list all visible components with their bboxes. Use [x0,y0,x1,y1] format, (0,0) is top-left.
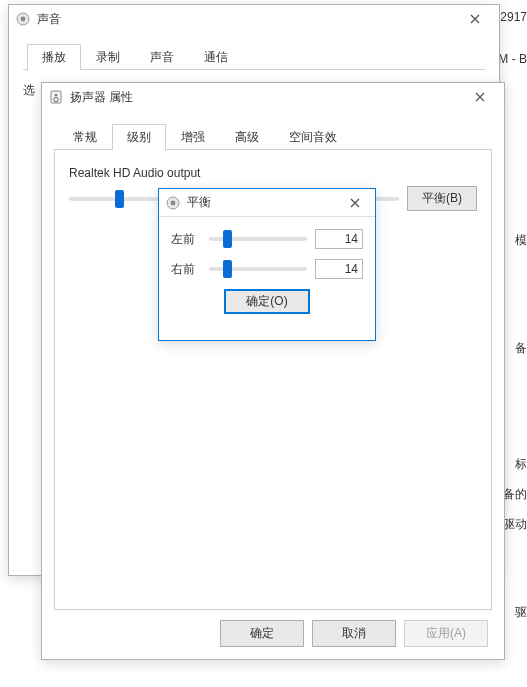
speaker-icon [15,11,31,27]
tab-advanced[interactable]: 高级 [220,124,274,150]
balance-button[interactable]: 平衡(B) [407,186,477,211]
left-front-label: 左前 [171,231,201,248]
speaker-icon [165,195,181,211]
svg-point-3 [55,94,58,97]
output-group-label: Realtek HD Audio output [69,166,477,180]
properties-title: 扬声器 属性 [70,89,462,106]
close-icon [470,14,480,24]
sound-close-button[interactable] [457,5,493,33]
balance-ok-button[interactable]: 确定(O) [224,289,310,314]
tab-general[interactable]: 常规 [58,124,112,150]
fragment-text: 标 [515,456,527,473]
tab-level[interactable]: 级别 [112,124,166,150]
apply-button[interactable]: 应用(A) [404,620,488,647]
balance-dialog: 平衡 左前 右前 确定(O) [158,188,376,341]
tab-record[interactable]: 录制 [81,44,135,70]
sound-titlebar[interactable]: 声音 [9,5,499,33]
select-device-label: 选 [23,82,41,99]
right-front-slider[interactable] [209,259,307,279]
left-front-slider[interactable] [209,229,307,249]
fragment-text: 驱动 [503,516,527,533]
balance-right-row: 右前 [171,259,363,279]
properties-actions: 确定 取消 应用(A) [54,610,492,659]
sound-title: 声音 [37,11,457,28]
svg-point-6 [171,200,176,205]
properties-window: 扬声器 属性 常规 级别 增强 高级 空间音效 Realtek HD Audio… [41,82,505,660]
sound-tabs: 播放 录制 声音 通信 [23,43,485,70]
close-icon [475,92,485,102]
balance-titlebar[interactable]: 平衡 [159,189,375,217]
properties-titlebar[interactable]: 扬声器 属性 [42,83,504,111]
cancel-button[interactable]: 取消 [312,620,396,647]
tab-play[interactable]: 播放 [27,44,81,70]
tab-spatial[interactable]: 空间音效 [274,124,352,150]
tab-comm[interactable]: 通信 [189,44,243,70]
left-front-value[interactable] [315,229,363,249]
fragment-text: 备的 [503,486,527,503]
properties-tabs: 常规 级别 增强 高级 空间音效 [54,123,492,150]
balance-close-button[interactable] [341,189,369,217]
fragment-text: 模 [515,232,527,249]
fragment-text: 备 [515,340,527,357]
fragment-text: 驱 [515,604,527,621]
ok-button[interactable]: 确定 [220,620,304,647]
svg-point-1 [21,17,26,22]
speaker-device-icon [48,89,64,105]
balance-left-row: 左前 [171,229,363,249]
balance-title: 平衡 [187,194,341,211]
tab-sound[interactable]: 声音 [135,44,189,70]
right-front-value[interactable] [315,259,363,279]
close-icon [350,198,360,208]
properties-close-button[interactable] [462,83,498,111]
right-front-label: 右前 [171,261,201,278]
tab-enhance[interactable]: 增强 [166,124,220,150]
